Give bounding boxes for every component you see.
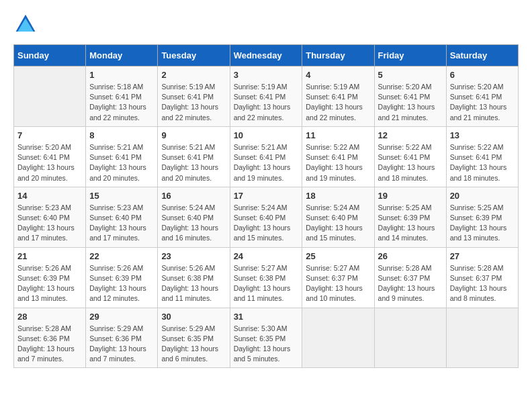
- day-number: 4: [306, 70, 370, 80]
- day-info: Sunrise: 5:19 AM Sunset: 6:41 PM Dayligh…: [234, 82, 299, 123]
- column-header-monday: Monday: [86, 45, 158, 66]
- day-number: 2: [161, 70, 226, 80]
- calendar-week-row: 14Sunrise: 5:23 AM Sunset: 6:40 PM Dayli…: [14, 187, 519, 247]
- column-header-tuesday: Tuesday: [158, 45, 230, 66]
- calendar-cell: 24Sunrise: 5:27 AM Sunset: 6:38 PM Dayli…: [230, 247, 302, 308]
- calendar-cell: 29Sunrise: 5:29 AM Sunset: 6:36 PM Dayli…: [86, 308, 158, 368]
- day-number: 9: [161, 130, 226, 140]
- calendar-table: SundayMondayTuesdayWednesdayThursdayFrid…: [13, 44, 519, 368]
- calendar-week-row: 1Sunrise: 5:18 AM Sunset: 6:41 PM Daylig…: [14, 66, 519, 127]
- calendar-cell: 6Sunrise: 5:20 AM Sunset: 6:41 PM Daylig…: [446, 66, 518, 127]
- day-number: 18: [306, 191, 370, 201]
- day-number: 3: [234, 70, 299, 80]
- column-header-saturday: Saturday: [446, 45, 518, 66]
- calendar-week-row: 21Sunrise: 5:26 AM Sunset: 6:39 PM Dayli…: [14, 247, 519, 308]
- day-info: Sunrise: 5:25 AM Sunset: 6:39 PM Dayligh…: [378, 203, 443, 244]
- column-header-friday: Friday: [374, 45, 446, 66]
- day-info: Sunrise: 5:29 AM Sunset: 6:35 PM Dayligh…: [161, 324, 226, 365]
- calendar-cell: 26Sunrise: 5:28 AM Sunset: 6:37 PM Dayli…: [374, 247, 446, 308]
- calendar-cell: 27Sunrise: 5:28 AM Sunset: 6:37 PM Dayli…: [446, 247, 518, 308]
- day-number: 20: [450, 191, 515, 201]
- calendar-cell: 16Sunrise: 5:24 AM Sunset: 6:40 PM Dayli…: [158, 187, 230, 247]
- calendar-cell: 17Sunrise: 5:24 AM Sunset: 6:40 PM Dayli…: [230, 187, 302, 247]
- calendar-cell: 30Sunrise: 5:29 AM Sunset: 6:35 PM Dayli…: [158, 308, 230, 368]
- day-info: Sunrise: 5:24 AM Sunset: 6:40 PM Dayligh…: [306, 203, 370, 244]
- day-info: Sunrise: 5:19 AM Sunset: 6:41 PM Dayligh…: [161, 82, 226, 123]
- day-info: Sunrise: 5:26 AM Sunset: 6:39 PM Dayligh…: [89, 263, 154, 304]
- day-info: Sunrise: 5:23 AM Sunset: 6:40 PM Dayligh…: [17, 203, 82, 244]
- day-number: 8: [89, 130, 154, 140]
- day-number: 14: [17, 191, 82, 201]
- day-number: 22: [89, 251, 154, 261]
- calendar-cell: [302, 308, 374, 368]
- day-info: Sunrise: 5:26 AM Sunset: 6:38 PM Dayligh…: [161, 263, 226, 304]
- calendar-cell: 25Sunrise: 5:27 AM Sunset: 6:37 PM Dayli…: [302, 247, 374, 308]
- calendar-cell: 1Sunrise: 5:18 AM Sunset: 6:41 PM Daylig…: [86, 66, 158, 127]
- day-info: Sunrise: 5:28 AM Sunset: 6:37 PM Dayligh…: [378, 263, 443, 304]
- day-info: Sunrise: 5:22 AM Sunset: 6:41 PM Dayligh…: [306, 142, 370, 183]
- day-info: Sunrise: 5:29 AM Sunset: 6:36 PM Dayligh…: [89, 324, 154, 365]
- day-info: Sunrise: 5:21 AM Sunset: 6:41 PM Dayligh…: [161, 142, 226, 183]
- calendar-cell: [374, 308, 446, 368]
- logo: [13, 13, 42, 38]
- day-number: 16: [161, 191, 226, 201]
- calendar-cell: [14, 66, 86, 127]
- calendar-cell: 9Sunrise: 5:21 AM Sunset: 6:41 PM Daylig…: [158, 126, 230, 187]
- day-info: Sunrise: 5:28 AM Sunset: 6:37 PM Dayligh…: [450, 263, 515, 304]
- calendar-cell: 3Sunrise: 5:19 AM Sunset: 6:41 PM Daylig…: [230, 66, 302, 127]
- calendar-cell: 5Sunrise: 5:20 AM Sunset: 6:41 PM Daylig…: [374, 66, 446, 127]
- day-number: 15: [89, 191, 154, 201]
- calendar-cell: 15Sunrise: 5:23 AM Sunset: 6:40 PM Dayli…: [86, 187, 158, 247]
- day-info: Sunrise: 5:19 AM Sunset: 6:41 PM Dayligh…: [306, 82, 370, 123]
- day-info: Sunrise: 5:18 AM Sunset: 6:41 PM Dayligh…: [89, 82, 154, 123]
- day-info: Sunrise: 5:30 AM Sunset: 6:35 PM Dayligh…: [234, 324, 299, 365]
- day-info: Sunrise: 5:21 AM Sunset: 6:41 PM Dayligh…: [234, 142, 299, 183]
- day-info: Sunrise: 5:27 AM Sunset: 6:38 PM Dayligh…: [234, 263, 299, 304]
- day-number: 29: [89, 312, 154, 322]
- day-info: Sunrise: 5:24 AM Sunset: 6:40 PM Dayligh…: [161, 203, 226, 244]
- day-info: Sunrise: 5:28 AM Sunset: 6:36 PM Dayligh…: [17, 324, 82, 365]
- day-info: Sunrise: 5:27 AM Sunset: 6:37 PM Dayligh…: [306, 263, 370, 304]
- calendar-cell: 20Sunrise: 5:25 AM Sunset: 6:39 PM Dayli…: [446, 187, 518, 247]
- calendar-cell: 31Sunrise: 5:30 AM Sunset: 6:35 PM Dayli…: [230, 308, 302, 368]
- day-info: Sunrise: 5:23 AM Sunset: 6:40 PM Dayligh…: [89, 203, 154, 244]
- calendar-cell: [446, 308, 518, 368]
- day-number: 24: [234, 251, 299, 261]
- day-info: Sunrise: 5:25 AM Sunset: 6:39 PM Dayligh…: [450, 203, 515, 244]
- day-info: Sunrise: 5:22 AM Sunset: 6:41 PM Dayligh…: [450, 142, 515, 183]
- day-number: 19: [378, 191, 443, 201]
- calendar-header-row: SundayMondayTuesdayWednesdayThursdayFrid…: [14, 45, 519, 66]
- day-number: 30: [161, 312, 226, 322]
- day-number: 6: [450, 70, 515, 80]
- day-number: 11: [306, 130, 370, 140]
- day-number: 26: [378, 251, 443, 261]
- calendar-cell: 14Sunrise: 5:23 AM Sunset: 6:40 PM Dayli…: [14, 187, 86, 247]
- calendar-cell: 21Sunrise: 5:26 AM Sunset: 6:39 PM Dayli…: [14, 247, 86, 308]
- day-info: Sunrise: 5:26 AM Sunset: 6:39 PM Dayligh…: [17, 263, 82, 304]
- calendar-cell: 8Sunrise: 5:21 AM Sunset: 6:41 PM Daylig…: [86, 126, 158, 187]
- day-number: 31: [234, 312, 299, 322]
- day-number: 23: [161, 251, 226, 261]
- day-info: Sunrise: 5:22 AM Sunset: 6:41 PM Dayligh…: [378, 142, 443, 183]
- day-info: Sunrise: 5:20 AM Sunset: 6:41 PM Dayligh…: [378, 82, 443, 123]
- page-header: [13, 13, 519, 38]
- calendar-cell: 2Sunrise: 5:19 AM Sunset: 6:41 PM Daylig…: [158, 66, 230, 127]
- calendar-cell: 13Sunrise: 5:22 AM Sunset: 6:41 PM Dayli…: [446, 126, 518, 187]
- day-number: 7: [17, 130, 82, 140]
- day-info: Sunrise: 5:24 AM Sunset: 6:40 PM Dayligh…: [234, 203, 299, 244]
- calendar-cell: 22Sunrise: 5:26 AM Sunset: 6:39 PM Dayli…: [86, 247, 158, 308]
- calendar-cell: 19Sunrise: 5:25 AM Sunset: 6:39 PM Dayli…: [374, 187, 446, 247]
- calendar-cell: 12Sunrise: 5:22 AM Sunset: 6:41 PM Dayli…: [374, 126, 446, 187]
- column-header-sunday: Sunday: [14, 45, 86, 66]
- day-number: 13: [450, 130, 515, 140]
- day-info: Sunrise: 5:21 AM Sunset: 6:41 PM Dayligh…: [89, 142, 154, 183]
- day-number: 25: [306, 251, 370, 261]
- day-number: 12: [378, 130, 443, 140]
- calendar-cell: 7Sunrise: 5:20 AM Sunset: 6:41 PM Daylig…: [14, 126, 86, 187]
- calendar-week-row: 7Sunrise: 5:20 AM Sunset: 6:41 PM Daylig…: [14, 126, 519, 187]
- day-info: Sunrise: 5:20 AM Sunset: 6:41 PM Dayligh…: [17, 142, 82, 183]
- day-number: 28: [17, 312, 82, 322]
- day-number: 10: [234, 130, 299, 140]
- calendar-week-row: 28Sunrise: 5:28 AM Sunset: 6:36 PM Dayli…: [14, 308, 519, 368]
- day-number: 21: [17, 251, 82, 261]
